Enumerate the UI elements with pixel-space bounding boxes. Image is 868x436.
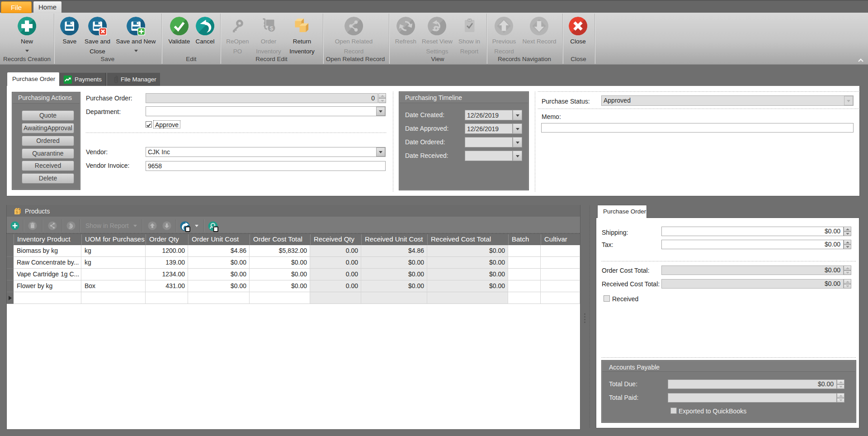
svg-text:$: $ — [270, 25, 274, 32]
svg-text:$: $ — [16, 210, 18, 214]
